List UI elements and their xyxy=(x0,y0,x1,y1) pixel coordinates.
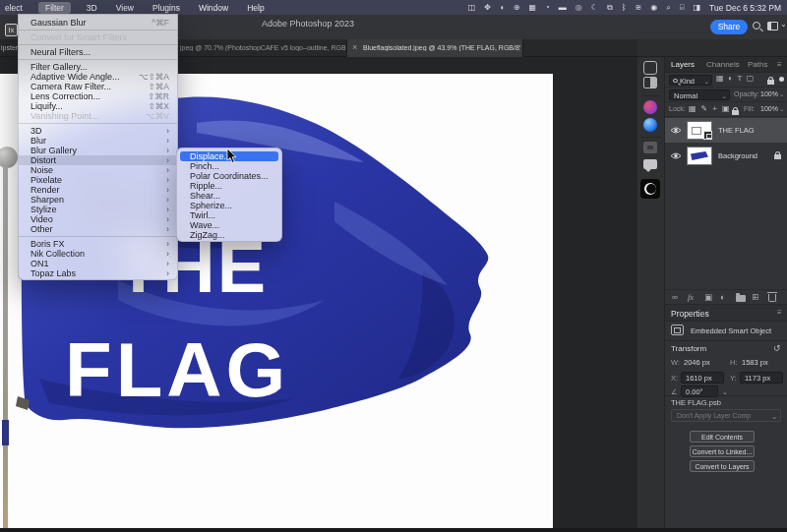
gradient-plugin-icon[interactable] xyxy=(643,100,659,116)
tab-layers[interactable]: Layers xyxy=(671,60,695,69)
layer-comp-select[interactable]: Don't Apply Layer Comp ⌄ xyxy=(671,409,781,422)
layer-thumbnail[interactable] xyxy=(687,121,712,140)
chevron-down-icon[interactable]: ⌄ xyxy=(780,20,787,29)
panel-menu-icon[interactable]: ≡ xyxy=(777,308,782,317)
submenu-item-twirl[interactable]: Twirl... xyxy=(180,210,278,220)
y-input[interactable]: 1173 px xyxy=(740,372,783,384)
menu-item-stylize[interactable]: Stylize› xyxy=(19,205,177,214)
do-not-disturb-icon[interactable]: ☾ xyxy=(591,4,598,12)
creative-cloud-icon[interactable]: ◎ xyxy=(575,4,582,12)
lock-artboard-icon[interactable]: ▣ xyxy=(722,104,730,113)
menubar-item-filter[interactable]: Filter xyxy=(38,2,71,14)
submenu-item-zigzag[interactable]: ZigZag... xyxy=(180,230,278,240)
share-button[interactable]: Share xyxy=(710,20,748,34)
submenu-item-ripple[interactable]: Ripple... xyxy=(180,181,278,191)
menu-item-blur[interactable]: Blur› xyxy=(19,136,177,146)
sphere-plugin-icon[interactable] xyxy=(643,118,659,134)
menu-item-3d[interactable]: 3D› xyxy=(19,126,177,136)
document-tab-fragment[interactable]: ipster xyxy=(1,44,18,51)
submenu-item-shear[interactable]: Shear... xyxy=(180,191,278,201)
menu-item-noise[interactable]: Noise› xyxy=(19,165,177,175)
app-icon[interactable]: ◔ xyxy=(545,4,550,12)
submenu-item-spherize[interactable]: Spherize... xyxy=(180,201,278,210)
visibility-eye-icon[interactable] xyxy=(670,151,682,160)
menubar-clock[interactable]: Tue Dec 6 5:32 PM xyxy=(709,3,781,13)
filter-toggle-icon[interactable] xyxy=(779,77,784,82)
tool-panel-icon[interactable] xyxy=(643,142,659,157)
submenu-item-pinch[interactable]: Pinch... xyxy=(180,161,278,171)
menu-item-adaptive-wide-angle[interactable]: Adaptive Wide Angle...⌥⇧⌘A xyxy=(19,72,177,82)
link-layers-icon[interactable]: ∞ xyxy=(672,292,678,302)
layer-style-fx-icon[interactable]: fx xyxy=(688,292,694,302)
adjustments-panel-icon[interactable] xyxy=(643,77,659,92)
layer-row-the-flag[interactable]: THE FLAG xyxy=(665,118,787,143)
layer-thumbnail[interactable] xyxy=(687,147,712,165)
tab-properties[interactable]: Properties xyxy=(671,309,709,319)
new-group-icon[interactable] xyxy=(736,295,746,302)
workspace-icon[interactable] xyxy=(767,22,778,30)
libraries-panel-icon[interactable] xyxy=(643,61,659,77)
clock-icon[interactable]: ◖ xyxy=(500,4,505,12)
filter-adjustment-layers-icon[interactable]: ◐ xyxy=(728,74,733,83)
mission-control-icon[interactable]: ⧉ xyxy=(607,4,613,12)
lock-pixels-icon[interactable]: ✎ xyxy=(701,104,708,113)
menubar-item-window[interactable]: Window xyxy=(196,2,231,14)
menu-item-nik-collection[interactable]: Nik Collection› xyxy=(19,249,177,259)
wifi-icon[interactable]: ≋ xyxy=(636,4,642,12)
adjustment-layer-icon[interactable]: ◐ xyxy=(720,292,725,302)
filter-shape-layers-icon[interactable]: ▢ xyxy=(747,74,755,83)
fill-value[interactable]: 100% xyxy=(760,105,778,112)
submenu-item-polar-coordinates[interactable]: Polar Coordinates... xyxy=(180,171,278,181)
menu-item-video[interactable]: Video› xyxy=(19,214,177,224)
globe-icon[interactable]: ⊕ xyxy=(514,4,520,12)
convert-to-layers-button[interactable]: Convert to Layers xyxy=(690,460,755,472)
menubar-item-plugins[interactable]: Plugins xyxy=(150,2,183,14)
filter-pixel-layers-icon[interactable]: ▦ xyxy=(716,74,724,83)
x-input[interactable]: 1610 px xyxy=(681,372,724,384)
menubar-item-select[interactable]: elect xyxy=(2,2,26,14)
finder-icon[interactable]: ◨ xyxy=(694,4,701,12)
chevron-down-icon[interactable]: ⌄ xyxy=(779,105,784,113)
close-icon[interactable]: × xyxy=(352,42,357,52)
spotlight-icon[interactable]: ⌕ xyxy=(666,4,670,12)
search-icon[interactable] xyxy=(753,22,760,30)
tab-paths[interactable]: Paths xyxy=(748,60,767,69)
menu-item-on1[interactable]: ON1› xyxy=(19,259,177,268)
menu-item-sharpen[interactable]: Sharpen› xyxy=(19,195,177,205)
tab-channels[interactable]: Channels xyxy=(706,60,740,69)
filter-smart-object-icon[interactable] xyxy=(767,80,774,85)
layer-name[interactable]: THE FLAG xyxy=(718,126,755,135)
launchpad-icon[interactable]: ▦ xyxy=(528,4,536,12)
menubar-item-view[interactable]: View xyxy=(113,2,137,14)
menu-item-pixelate[interactable]: Pixelate› xyxy=(19,175,177,185)
lock-all-icon[interactable] xyxy=(732,110,739,115)
new-layer-icon[interactable]: ⊞ xyxy=(752,292,758,302)
menu-item-distort[interactable]: Distort› xyxy=(19,155,177,165)
menu-item-gaussian-blur[interactable]: Gaussian Blur^⌘F xyxy=(19,18,177,28)
menu-item-filter-gallery[interactable]: Filter Gallery... xyxy=(19,62,177,72)
document-tab-active[interactable]: × Blueflagisolated.jpeg @ 43.9% (THE FLA… xyxy=(346,39,523,57)
borisfx-panel-icon[interactable] xyxy=(643,179,659,195)
document-tab-inactive[interactable]: jpeg @ 70.7% (PhotoshopCAFE v5 logo–outl… xyxy=(180,44,345,51)
panel-menu-icon[interactable]: ≡ xyxy=(777,60,782,69)
edit-contents-button[interactable]: Edit Contents xyxy=(690,431,755,443)
chevron-down-icon[interactable]: ⌄ xyxy=(779,90,784,98)
convert-to-linked-button[interactable]: Convert to Linked... xyxy=(690,445,755,457)
menu-item-blur-gallery[interactable]: Blur Gallery› xyxy=(19,146,177,155)
reset-transform-icon[interactable]: ↺ xyxy=(773,343,781,353)
submenu-item-wave[interactable]: Wave... xyxy=(180,220,278,230)
layer-row-background[interactable]: Background xyxy=(665,144,787,168)
menu-item-topaz-labs[interactable]: Topaz Labs› xyxy=(19,268,177,278)
camera-icon[interactable]: ◫ xyxy=(468,4,476,12)
menu-item-liquify[interactable]: Liquify...⇧⌘X xyxy=(19,101,177,111)
visibility-eye-icon[interactable] xyxy=(670,126,682,135)
menu-item-boris-fx[interactable]: Boris FX› xyxy=(19,239,177,249)
opacity-value[interactable]: 100% xyxy=(760,90,778,97)
bluetooth-icon[interactable]: ᛒ xyxy=(622,4,627,12)
filter-type-layers-icon[interactable]: T xyxy=(737,74,742,83)
menu-item-neural-filters[interactable]: Neural Filters... xyxy=(19,47,177,57)
comments-panel-icon[interactable] xyxy=(643,159,659,175)
user-icon[interactable]: ◉ xyxy=(650,4,657,12)
submenu-item-displace[interactable]: Displace... xyxy=(180,151,278,161)
move-icon[interactable]: ✥ xyxy=(484,4,491,12)
